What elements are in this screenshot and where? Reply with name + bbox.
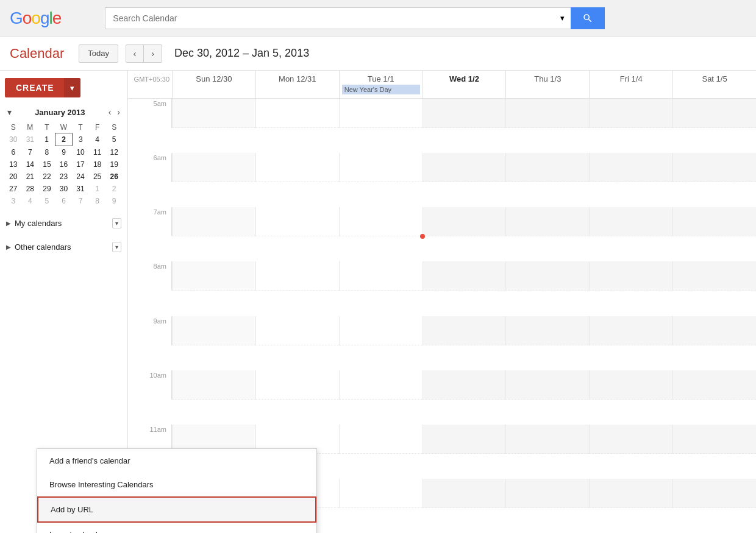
other-calendars-label[interactable]: Other calendars	[15, 242, 71, 252]
mini-calendar-day[interactable]: 29	[38, 183, 55, 195]
time-cell[interactable]	[172, 370, 255, 400]
time-cell[interactable]	[339, 370, 423, 400]
time-cell[interactable]	[589, 261, 672, 291]
mini-calendar-day[interactable]: 4	[89, 133, 106, 146]
time-cell[interactable]	[172, 316, 255, 345]
time-cell[interactable]	[255, 99, 339, 128]
mini-calendar-day[interactable]: 19	[105, 158, 123, 171]
dropdown-item[interactable]: Import calendar	[37, 523, 316, 533]
time-cell[interactable]	[505, 207, 589, 236]
mini-calendar-day[interactable]: 3	[5, 195, 22, 207]
mini-calendar-day[interactable]: 4	[22, 195, 39, 207]
time-cell[interactable]	[672, 207, 756, 236]
mini-calendar-day[interactable]: 20	[5, 171, 22, 183]
mini-calendar-day[interactable]: 6	[5, 146, 22, 159]
time-cell[interactable]	[672, 99, 756, 128]
mini-calendar-day[interactable]: 12	[105, 146, 123, 159]
mini-calendar-day[interactable]: 9	[105, 195, 123, 207]
time-cell[interactable]	[589, 370, 672, 400]
mini-calendar-day[interactable]: 10	[72, 146, 89, 159]
mini-calendar-day[interactable]: 27	[5, 183, 22, 195]
time-cell[interactable]	[423, 261, 506, 291]
mini-calendar-day[interactable]: 21	[22, 171, 39, 183]
time-cell[interactable]	[672, 316, 756, 345]
mini-calendar-day[interactable]: 5	[105, 133, 123, 146]
time-cell[interactable]	[672, 370, 756, 400]
my-calendars-label[interactable]: My calendars	[15, 219, 62, 228]
today-button[interactable]: Today	[79, 44, 118, 63]
my-calendars-dropdown-button[interactable]: ▾	[112, 218, 121, 228]
time-cell[interactable]	[672, 153, 756, 182]
time-cell[interactable]	[255, 261, 339, 291]
time-cell[interactable]	[672, 261, 756, 291]
mini-calendar-day[interactable]: 26	[105, 171, 123, 183]
time-cell[interactable]	[255, 207, 339, 236]
time-cell[interactable]	[339, 153, 423, 182]
mini-calendar-day[interactable]: 25	[89, 171, 106, 183]
mini-calendar-day[interactable]: 14	[22, 158, 39, 171]
time-cell[interactable]	[505, 370, 589, 400]
time-cell[interactable]	[589, 479, 672, 508]
time-cell[interactable]	[172, 261, 255, 291]
time-cell[interactable]	[672, 479, 756, 508]
time-cell[interactable]	[172, 153, 255, 182]
time-cell[interactable]	[423, 153, 506, 182]
time-cell[interactable]	[505, 316, 589, 345]
time-cell[interactable]	[339, 207, 423, 236]
time-cell[interactable]	[339, 316, 423, 345]
mini-calendar-day[interactable]: 5	[38, 195, 55, 207]
time-cell[interactable]	[423, 425, 506, 454]
dropdown-item[interactable]: Add a friend's calendar	[37, 449, 316, 473]
time-cell[interactable]	[505, 425, 589, 454]
search-input[interactable]	[105, 7, 554, 29]
mini-calendar-day[interactable]: 8	[38, 146, 55, 159]
mini-calendar-day[interactable]: 9	[55, 146, 73, 159]
mini-calendar-day[interactable]: 28	[22, 183, 39, 195]
mini-calendar-day[interactable]: 30	[5, 133, 22, 146]
time-cell[interactable]	[339, 99, 423, 128]
mini-calendar-day[interactable]: 13	[5, 158, 22, 171]
mini-next-button[interactable]: ›	[115, 106, 123, 118]
time-cell[interactable]	[505, 99, 589, 128]
time-cell[interactable]	[255, 316, 339, 345]
mini-calendar-day[interactable]: 17	[72, 158, 89, 171]
mini-calendar-day[interactable]: 18	[89, 158, 106, 171]
time-cell[interactable]	[423, 207, 506, 236]
mini-calendar-day[interactable]: 7	[22, 146, 39, 159]
mini-calendar-day[interactable]: 31	[72, 183, 89, 195]
mini-calendar-day[interactable]: 3	[72, 133, 89, 146]
time-cell[interactable]	[423, 479, 506, 508]
time-cell[interactable]	[172, 99, 255, 128]
time-cell[interactable]	[423, 370, 506, 400]
mini-calendar-day[interactable]: 31	[22, 133, 39, 146]
mini-collapse-icon[interactable]: ▾	[5, 106, 14, 118]
mini-calendar-day[interactable]: 22	[38, 171, 55, 183]
time-cell[interactable]	[505, 261, 589, 291]
time-cell[interactable]	[172, 207, 255, 236]
time-cell[interactable]	[589, 153, 672, 182]
mini-calendar-day[interactable]: 2	[105, 183, 123, 195]
mini-calendar-day[interactable]: 16	[55, 158, 73, 171]
time-cell[interactable]	[339, 479, 423, 508]
mini-calendar-day[interactable]: 11	[89, 146, 106, 159]
next-button[interactable]: ›	[144, 44, 162, 63]
time-cell[interactable]	[505, 153, 589, 182]
mini-calendar-day[interactable]: 8	[89, 195, 106, 207]
mini-calendar-day[interactable]: 2	[55, 133, 73, 146]
search-button[interactable]	[571, 7, 605, 29]
time-cell[interactable]	[589, 99, 672, 128]
time-cell[interactable]	[255, 153, 339, 182]
time-cell[interactable]	[672, 425, 756, 454]
dropdown-item[interactable]: Browse Interesting Calendars	[37, 473, 316, 496]
mini-calendar-day[interactable]: 15	[38, 158, 55, 171]
mini-calendar-day[interactable]: 23	[55, 171, 73, 183]
time-cell[interactable]	[589, 425, 672, 454]
mini-prev-button[interactable]: ‹	[106, 106, 114, 118]
time-cell[interactable]	[589, 316, 672, 345]
prev-button[interactable]: ‹	[126, 44, 144, 63]
dropdown-item[interactable]: Add by URL	[37, 496, 316, 523]
mini-calendar-day[interactable]: 7	[72, 195, 89, 207]
mini-calendar-day[interactable]: 1	[89, 183, 106, 195]
mini-calendar-day[interactable]: 30	[55, 183, 73, 195]
time-cell[interactable]	[255, 370, 339, 400]
